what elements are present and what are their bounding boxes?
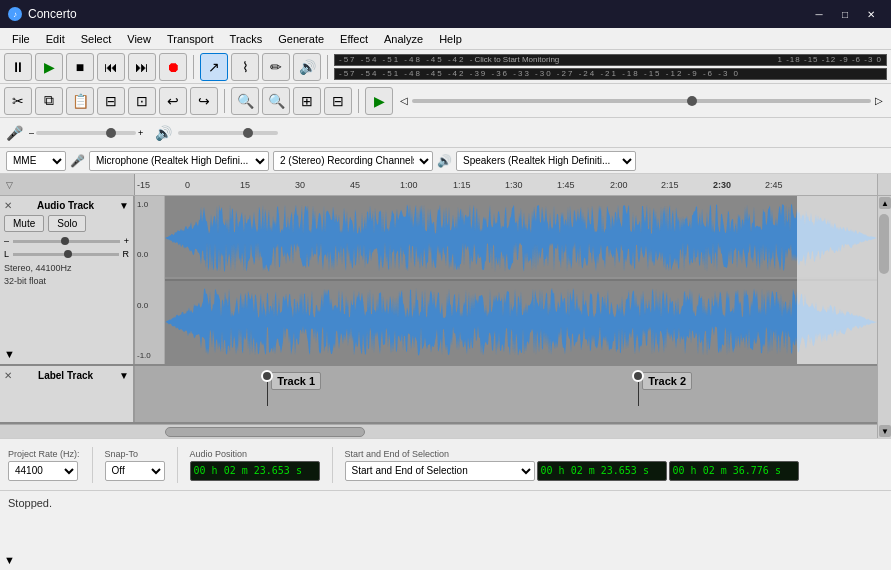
label-marker-2[interactable]: Track 2 bbox=[632, 370, 644, 406]
play-green-button[interactable]: ▶ bbox=[365, 87, 393, 115]
silence-button[interactable]: ⊡ bbox=[128, 87, 156, 115]
tick-230: 2:30 bbox=[713, 180, 731, 190]
undo-button[interactable]: ↩ bbox=[159, 87, 187, 115]
menu-file[interactable]: File bbox=[4, 31, 38, 47]
zoom-sel-button[interactable]: ⊞ bbox=[293, 87, 321, 115]
vol-plus: + bbox=[124, 236, 129, 246]
track2-label: Track 2 bbox=[642, 372, 692, 390]
playback-speed-slider[interactable] bbox=[412, 99, 871, 103]
maximize-button[interactable]: □ bbox=[833, 3, 857, 25]
channels-select[interactable]: 2 (Stereo) Recording Channels bbox=[273, 151, 433, 171]
mute-button[interactable]: Mute bbox=[4, 215, 44, 232]
menu-transport[interactable]: Transport bbox=[159, 31, 222, 47]
pan-r: R bbox=[123, 249, 130, 259]
bottom-toolbar: Project Rate (Hz): 44100 Snap-To Off Aud… bbox=[0, 438, 891, 490]
selection-mode-select[interactable]: Start and End of Selection bbox=[345, 461, 535, 481]
selection-tool[interactable]: ↗ bbox=[200, 53, 228, 81]
snap-to-label: Snap-To bbox=[105, 449, 165, 459]
volume-slider[interactable] bbox=[13, 240, 120, 243]
close-button[interactable]: ✕ bbox=[859, 3, 883, 25]
collapse-audio[interactable]: ▼ bbox=[4, 348, 15, 360]
pan-l: L bbox=[4, 249, 9, 259]
audio-pos-group: Audio Position bbox=[190, 449, 320, 481]
app-icon: ♪ bbox=[8, 7, 22, 21]
app-title: Concerto bbox=[28, 7, 77, 21]
label-track-name: Label Track bbox=[38, 370, 93, 381]
menu-tracks[interactable]: Tracks bbox=[222, 31, 271, 47]
hscroll-thumb[interactable] bbox=[165, 427, 365, 437]
zoom-fit-button[interactable]: ⊟ bbox=[324, 87, 352, 115]
menu-view[interactable]: View bbox=[119, 31, 159, 47]
zoom-tool-small[interactable]: 🔊 bbox=[293, 53, 321, 81]
pan-slider[interactable] bbox=[13, 253, 118, 256]
paste-button[interactable]: 📋 bbox=[66, 87, 94, 115]
audio-track-dropdown[interactable]: ▼ bbox=[119, 200, 129, 211]
project-rate-select[interactable]: 44100 bbox=[8, 461, 78, 481]
label-marker-1[interactable]: Track 1 bbox=[261, 370, 273, 406]
tick-130: 1:30 bbox=[505, 180, 523, 190]
menu-edit[interactable]: Edit bbox=[38, 31, 73, 47]
window-controls: ─ □ ✕ bbox=[807, 3, 883, 25]
vscroll-thumb[interactable] bbox=[879, 214, 889, 274]
api-select[interactable]: MME bbox=[6, 151, 66, 171]
menu-generate[interactable]: Generate bbox=[270, 31, 332, 47]
tick-45: 45 bbox=[350, 180, 360, 190]
selection-end-input[interactable] bbox=[669, 461, 799, 481]
y-label-mid: 0.0 bbox=[137, 250, 162, 259]
tick-n15: -15 bbox=[137, 180, 150, 190]
tick-15: 15 bbox=[240, 180, 250, 190]
label-track-dropdown[interactable]: ▼ bbox=[119, 370, 129, 381]
track-close-audio[interactable]: ✕ bbox=[4, 200, 12, 211]
menu-effect[interactable]: Effect bbox=[332, 31, 376, 47]
speaker-small-icon: 🔊 bbox=[437, 154, 452, 168]
timeline-ruler: ▽ -15 0 15 30 45 1:00 1:15 1:30 1:45 2:0… bbox=[0, 174, 891, 196]
vscroll-up[interactable]: ▲ bbox=[879, 197, 891, 209]
tick-145: 1:45 bbox=[557, 180, 575, 190]
next-button[interactable]: ⏭ bbox=[128, 53, 156, 81]
zoom-in-button[interactable]: 🔍 bbox=[231, 87, 259, 115]
audio-track: ✕ Audio Track ▼ Mute Solo – + bbox=[0, 196, 877, 366]
minimize-button[interactable]: ─ bbox=[807, 3, 831, 25]
tick-200: 2:00 bbox=[610, 180, 628, 190]
sep-bottom-3 bbox=[332, 447, 333, 483]
redo-button[interactable]: ↪ bbox=[190, 87, 218, 115]
sep-bottom-1 bbox=[92, 447, 93, 483]
speaker-select[interactable]: Speakers (Realtek High Definiti... bbox=[456, 151, 636, 171]
track-controls-audio: ✕ Audio Track ▼ Mute Solo – + bbox=[0, 196, 135, 364]
vertical-scrollbar[interactable]: ▲ ▼ bbox=[877, 196, 891, 438]
selection-start-input[interactable] bbox=[537, 461, 667, 481]
output-level-slider[interactable] bbox=[178, 131, 278, 135]
zoom-out-button[interactable]: 🔍 bbox=[262, 87, 290, 115]
copy-button[interactable]: ⧉ bbox=[35, 87, 63, 115]
prev-button[interactable]: ⏮ bbox=[97, 53, 125, 81]
vscroll-top bbox=[877, 174, 891, 195]
trim-button[interactable]: ⊟ bbox=[97, 87, 125, 115]
stop-button[interactable]: ■ bbox=[66, 53, 94, 81]
vscroll-down[interactable]: ▼ bbox=[879, 425, 891, 437]
vol-minus: – bbox=[4, 236, 9, 246]
envelope-tool[interactable]: ⌇ bbox=[231, 53, 259, 81]
menu-help[interactable]: Help bbox=[431, 31, 470, 47]
title-bar: ♪ Concerto ─ □ ✕ bbox=[0, 0, 891, 28]
snap-to-group: Snap-To Off bbox=[105, 449, 165, 481]
waveform-area: 1.0 0.0 0.0 -1.0 bbox=[135, 196, 877, 364]
menu-select[interactable]: Select bbox=[73, 31, 120, 47]
input-level-slider[interactable] bbox=[36, 131, 136, 135]
audio-pos-input[interactable] bbox=[190, 461, 320, 481]
play-button[interactable]: ▶ bbox=[35, 53, 63, 81]
y-label-mid2: 0.0 bbox=[137, 301, 162, 310]
snap-to-select[interactable]: Off bbox=[105, 461, 165, 481]
solo-button[interactable]: Solo bbox=[48, 215, 86, 232]
microphone-select[interactable]: Microphone (Realtek High Defini... bbox=[89, 151, 269, 171]
record-button[interactable]: ⏺ bbox=[159, 53, 187, 81]
pause-button[interactable]: ⏸ bbox=[4, 53, 32, 81]
waveform-canvas-area bbox=[165, 196, 877, 364]
track-info: Stereo, 44100Hz 32-bit float bbox=[4, 262, 129, 287]
menu-analyze[interactable]: Analyze bbox=[376, 31, 431, 47]
pencil-tool[interactable]: ✏ bbox=[262, 53, 290, 81]
label-track-close[interactable]: ✕ bbox=[4, 370, 12, 381]
cut-button[interactable]: ✂ bbox=[4, 87, 32, 115]
project-rate-group: Project Rate (Hz): 44100 bbox=[8, 449, 80, 481]
horizontal-scrollbar[interactable] bbox=[0, 424, 877, 438]
edit-toolbar: ✂ ⧉ 📋 ⊟ ⊡ ↩ ↪ 🔍 🔍 ⊞ ⊟ ▶ ◁ ▷ bbox=[0, 84, 891, 118]
